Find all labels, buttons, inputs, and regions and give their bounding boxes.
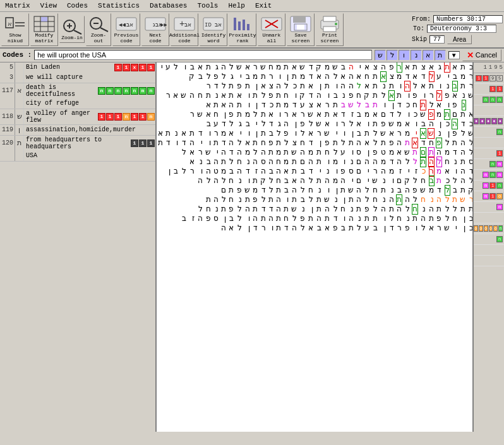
matrix-cell[interactable]: ב xyxy=(467,119,472,129)
matrix-cell[interactable]: ל xyxy=(204,72,212,81)
matrix-cell[interactable]: ד xyxy=(331,214,339,223)
heb-btn-shin[interactable]: ש xyxy=(375,50,386,61)
matrix-cell[interactable]: ו xyxy=(339,157,347,167)
matrix-cell[interactable]: ת xyxy=(290,157,298,167)
matrix-cell[interactable]: י xyxy=(235,72,243,81)
matrix-cell[interactable]: ח xyxy=(282,214,290,223)
matrix-cell[interactable]: ו xyxy=(363,119,371,129)
matrix-cell[interactable]: נ xyxy=(298,205,306,214)
matrix-cell[interactable]: ח xyxy=(282,91,290,100)
matrix-cell[interactable]: ח xyxy=(298,138,306,148)
matrix-cell[interactable]: נ xyxy=(379,176,387,186)
matrix-cell[interactable]: ת xyxy=(427,81,435,91)
matrix-cell[interactable]: ת xyxy=(363,214,371,223)
matrix-cell[interactable]: ד xyxy=(227,148,235,157)
matrix-cell[interactable]: ת xyxy=(371,81,379,91)
matrix-cell[interactable]: ו xyxy=(290,91,298,100)
matrix-cell[interactable]: ו xyxy=(467,100,472,110)
heb-btn-tav[interactable]: ת xyxy=(435,50,446,61)
matrix-cell[interactable]: ל xyxy=(251,110,259,119)
matrix-cell[interactable]: ו xyxy=(339,129,347,138)
heb-btn-alef[interactable]: א xyxy=(423,50,434,61)
matrix-cell[interactable]: ו xyxy=(323,157,331,167)
matrix-cell[interactable]: ל xyxy=(355,100,363,110)
zoom-out-button[interactable]: Zoom-out xyxy=(86,13,111,46)
matrix-cell[interactable]: ת xyxy=(290,72,298,81)
matrix-cell[interactable]: ת xyxy=(251,205,259,214)
matrix-cell[interactable]: ת xyxy=(411,62,419,72)
matrix-cell[interactable]: ת xyxy=(275,100,282,110)
matrix-cell[interactable]: ל xyxy=(220,81,227,91)
matrix-cell[interactable]: ה xyxy=(395,205,403,214)
menu-matrix[interactable]: Matrix xyxy=(3,1,33,10)
matrix-cell[interactable]: ד xyxy=(387,157,395,167)
matrix-cell[interactable]: ל xyxy=(282,138,290,148)
matrix-cell[interactable]: ל xyxy=(298,129,306,138)
matrix-cell[interactable]: ו xyxy=(443,100,451,110)
matrix-cell[interactable]: ן xyxy=(251,129,259,138)
matrix-cell[interactable]: ס xyxy=(347,167,355,176)
matrix-cell[interactable]: ו xyxy=(243,214,251,223)
matrix-cell[interactable]: ד xyxy=(220,119,227,129)
matrix-cell[interactable]: י xyxy=(235,129,243,138)
matrix-cell[interactable]: ת xyxy=(459,205,467,214)
matrix-cell[interactable]: מ xyxy=(282,100,290,110)
matrix-cell[interactable]: ע xyxy=(435,72,443,81)
matrix-cell[interactable]: ל xyxy=(443,138,451,148)
matrix-cell[interactable]: ת xyxy=(220,157,227,167)
matrix-cell[interactable]: פ xyxy=(298,214,306,223)
matrix-cell[interactable]: ת xyxy=(427,214,435,223)
matrix-cell[interactable]: ר xyxy=(395,129,403,138)
matrix-cell[interactable]: ן xyxy=(251,81,259,91)
matrix-cell[interactable]: ת xyxy=(290,167,298,176)
matrix-cell[interactable]: ת xyxy=(403,138,411,148)
matrix-cell[interactable]: ר xyxy=(395,223,403,233)
matrix-cell[interactable]: ם xyxy=(298,157,306,167)
matrix-cell[interactable]: ר xyxy=(259,223,267,233)
matrix-cell[interactable]: ת xyxy=(315,148,323,157)
matrix-cell[interactable]: ד xyxy=(259,205,267,214)
matrix-cell[interactable]: ז xyxy=(395,167,403,176)
matrix-cell[interactable]: פ xyxy=(235,81,243,91)
matrix-cell[interactable]: ת xyxy=(243,195,251,205)
matrix-cell[interactable]: ו xyxy=(267,223,275,233)
matrix-cell[interactable]: ל xyxy=(395,110,403,119)
matrix-cell[interactable]: ת xyxy=(275,223,282,233)
matrix-cell[interactable]: ב xyxy=(467,214,472,223)
matrix-cell[interactable]: ו xyxy=(435,81,443,91)
matrix-cell[interactable]: ב xyxy=(427,176,435,186)
matrix-cell[interactable]: נ xyxy=(339,91,347,100)
matrix-cell[interactable]: ת xyxy=(347,195,355,205)
matrix-cell[interactable]: כ xyxy=(411,110,419,119)
matrix-cell[interactable]: ת xyxy=(282,205,290,214)
matrix-cell[interactable]: ש xyxy=(427,129,435,138)
matrix-cell[interactable]: ז xyxy=(411,167,419,176)
matrix-cell[interactable]: ת xyxy=(331,100,339,110)
matrix-cell[interactable]: ת xyxy=(435,205,443,214)
matrix-cell[interactable]: ו xyxy=(204,138,212,148)
matrix-cell[interactable]: מ xyxy=(282,157,290,167)
matrix-cell[interactable]: פ xyxy=(227,205,235,214)
matrix-cell[interactable]: נ xyxy=(172,129,179,138)
matrix-cell[interactable]: ל xyxy=(220,176,227,186)
matrix-cell[interactable]: פ xyxy=(411,186,419,195)
matrix-cell[interactable]: ב xyxy=(355,129,363,138)
matrix-cell[interactable]: א xyxy=(419,81,427,91)
matrix-cell[interactable]: מ xyxy=(363,110,371,119)
matrix-cell[interactable]: א xyxy=(387,129,395,138)
matrix-cell[interactable]: ן xyxy=(243,223,251,233)
matrix-cell[interactable]: א xyxy=(204,100,212,110)
matrix-cell[interactable]: נ xyxy=(235,176,243,186)
matrix-cell[interactable]: ש xyxy=(467,91,472,100)
matrix-cell[interactable]: ק xyxy=(403,176,411,186)
matrix-cell[interactable]: א xyxy=(267,110,275,119)
matrix-cell[interactable]: ת xyxy=(451,195,459,205)
matrix-cell[interactable]: ד xyxy=(395,100,403,110)
matrix-cell[interactable]: ב xyxy=(298,167,306,176)
matrix-cell[interactable]: ל xyxy=(347,119,355,129)
matrix-cell[interactable]: א xyxy=(467,110,472,119)
matrix-cell[interactable]: כ xyxy=(443,119,451,129)
matrix-cell[interactable]: נ xyxy=(459,91,467,100)
matrix-cell[interactable]: ו xyxy=(379,214,387,223)
matrix-cell[interactable]: ת xyxy=(251,176,259,186)
